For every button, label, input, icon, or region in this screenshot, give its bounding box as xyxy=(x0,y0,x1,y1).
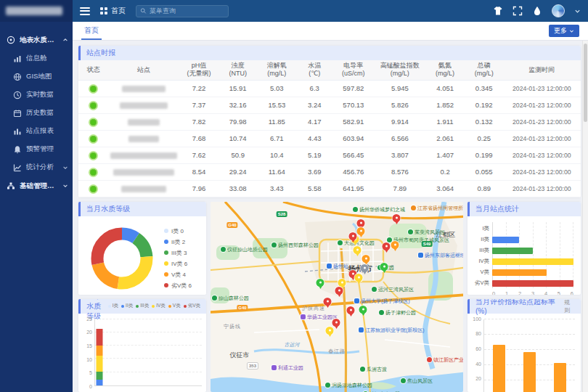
station-marker-yellow[interactable] xyxy=(326,327,334,335)
station-marker-orange[interactable] xyxy=(362,255,370,263)
panel-header: 当月水质等级 xyxy=(78,202,206,216)
station-marker-red[interactable] xyxy=(393,214,401,222)
cell-value: 5.58 xyxy=(297,180,332,197)
bar-segment xyxy=(97,329,103,345)
cell-value: 0.055 xyxy=(465,163,503,180)
sidebar-item[interactable]: 历史数据 xyxy=(0,104,73,122)
poi-green-icon xyxy=(325,383,330,388)
cell-value: 0.89 xyxy=(465,180,503,197)
plot-area xyxy=(483,319,575,392)
menu-search[interactable] xyxy=(136,5,229,17)
status-dot-normal xyxy=(90,102,97,109)
cell-value: 7.89 xyxy=(375,180,425,197)
month-grade-panel: 当月水质等级 I类 0II类 2III类 3IV类 6V类 4劣V类 6 xyxy=(78,202,206,295)
donut-legend: I类 0II类 2III类 3IV类 6V类 4劣V类 6 xyxy=(164,227,192,290)
right-column: 当月站点统计 I类II类III类IV类V类劣V类0123456 当月评价指标站点… xyxy=(467,202,581,392)
station-marker-yellow[interactable] xyxy=(354,246,362,254)
station-marker-orange[interactable] xyxy=(357,227,365,235)
station-marker-green[interactable] xyxy=(317,279,324,287)
cell-value: 0.25 xyxy=(465,130,503,147)
station-marker-red[interactable] xyxy=(332,319,340,327)
station-marker-red[interactable] xyxy=(347,306,355,314)
fullscreen-icon[interactable] xyxy=(513,6,523,16)
home-link[interactable]: 首页 xyxy=(100,6,126,16)
cell-value: 1.407 xyxy=(425,147,465,163)
station-marker-yellow[interactable] xyxy=(355,274,363,282)
poi-blue-icon xyxy=(354,298,359,303)
cell-value: 6.71 xyxy=(257,130,297,147)
sidebar-item[interactable]: 统计分析 xyxy=(0,158,73,176)
cell-value: 5.826 xyxy=(375,97,425,113)
scrollbar-thumb[interactable] xyxy=(584,44,587,122)
legend-swatch xyxy=(164,250,168,255)
cell-value: 15.53 xyxy=(257,97,297,113)
cell-value: 2.061 xyxy=(425,130,465,147)
poi-red-icon xyxy=(427,357,432,362)
sidebar-item[interactable]: 预警管理 xyxy=(0,140,73,158)
cell-value: 456.76 xyxy=(332,163,375,180)
poi-purple-icon xyxy=(271,365,277,370)
sidebar-item[interactable]: 站点报表 xyxy=(0,122,73,140)
hamburger-menu-icon[interactable] xyxy=(80,7,90,15)
sidebar-group[interactable]: 地表水质量监测系统 xyxy=(0,30,73,49)
sidebar-group[interactable]: 基础管理系统 xyxy=(0,176,73,195)
hbar-row: 劣V类 xyxy=(472,278,573,289)
sidebar-item[interactable]: 信息舱 xyxy=(0,49,73,68)
gis-map[interactable]: 扬州市仪征市江都区沪陕高速春江路宁扬线古运河G40G40S28S49353扬州华… xyxy=(211,202,463,392)
table-row: 7.3732.1615.533.24570.135.8261.8520.1922… xyxy=(78,97,581,113)
sidebar-item-label: 实时数据 xyxy=(26,90,68,99)
chevron-down-icon xyxy=(569,28,574,33)
sidebar-item[interactable]: 实时数据 xyxy=(0,86,73,104)
search-input[interactable] xyxy=(150,7,224,15)
donut-svg xyxy=(84,221,160,295)
map-poi-label: 扬州站 xyxy=(327,263,348,270)
road-badge: G40 xyxy=(226,222,237,228)
station-marker-red[interactable] xyxy=(357,219,365,227)
station-marker-red[interactable] xyxy=(335,287,343,295)
theme-skin-icon[interactable] xyxy=(493,6,503,16)
column-header: 水温(℃) xyxy=(297,60,332,80)
station-report-panel: 站点时报 状态站点pH值(无量纲)浊度(NTU)溶解氧(mg/L)水温(℃)电导… xyxy=(78,46,581,197)
sidebar-item[interactable]: GIS地图 xyxy=(0,68,73,86)
more-button[interactable]: 更多 xyxy=(549,25,579,37)
hbar-row: III类 xyxy=(472,245,573,256)
cell-value: 7.68 xyxy=(179,130,219,147)
column-header: 高锰酸盐指数(mg/L) xyxy=(375,60,425,80)
vertical-scrollbar[interactable] xyxy=(582,41,588,392)
map-poi-label: 仪征捺山地质公园 xyxy=(221,246,268,253)
panel-title: 当月水质等级 xyxy=(86,204,130,214)
station-marker-gray[interactable] xyxy=(361,264,369,272)
map-poi-label: 焦山风景区 xyxy=(401,377,433,385)
panel-title: 当月站点统计 xyxy=(475,204,519,214)
water-drop-icon[interactable] xyxy=(532,6,542,16)
station-marker-green[interactable] xyxy=(380,263,388,271)
left-column: 当月水质等级 I类 0II类 2III类 3IV类 6V类 4劣V类 6 全年水… xyxy=(78,202,206,392)
station-marker-red[interactable] xyxy=(349,232,357,240)
map-poi-label: 瓜洲古渡 xyxy=(360,366,387,373)
station-name-redacted xyxy=(122,86,166,92)
station-marker-orange[interactable] xyxy=(391,241,399,249)
station-name-redacted xyxy=(113,169,174,176)
cell-value: 50.9 xyxy=(219,147,257,163)
poi-green-icon xyxy=(401,378,406,383)
avatar[interactable] xyxy=(552,4,565,17)
road-badge: S28 xyxy=(277,211,287,217)
status-dot-normal xyxy=(90,152,97,159)
clock-icon xyxy=(13,91,22,99)
hbar-row: I类 xyxy=(472,224,573,234)
station-marker-red[interactable] xyxy=(324,298,332,306)
sidebar-item-label: 信息舱 xyxy=(26,54,68,63)
cell-value: 5.945 xyxy=(375,80,425,97)
column-header: 电导率(uS/cm) xyxy=(332,60,375,80)
y-axis-labels: 2520151050 xyxy=(83,317,92,389)
cell-value: 2024-01-23 12:00:00 xyxy=(503,180,581,197)
cell-value: 3.43 xyxy=(257,180,297,197)
map-poi-label: 运河三湾风景区 xyxy=(372,286,414,293)
chevron-down-icon[interactable] xyxy=(574,8,581,15)
tab-home[interactable]: 首页 xyxy=(81,22,102,40)
station-marker-red[interactable] xyxy=(383,242,391,250)
station-marker-green[interactable] xyxy=(359,306,367,314)
rules-link[interactable]: 规则 xyxy=(564,299,575,314)
cell-value: 2024-01-23 12:00:00 xyxy=(503,163,581,180)
station-marker-yellow[interactable] xyxy=(338,279,346,287)
